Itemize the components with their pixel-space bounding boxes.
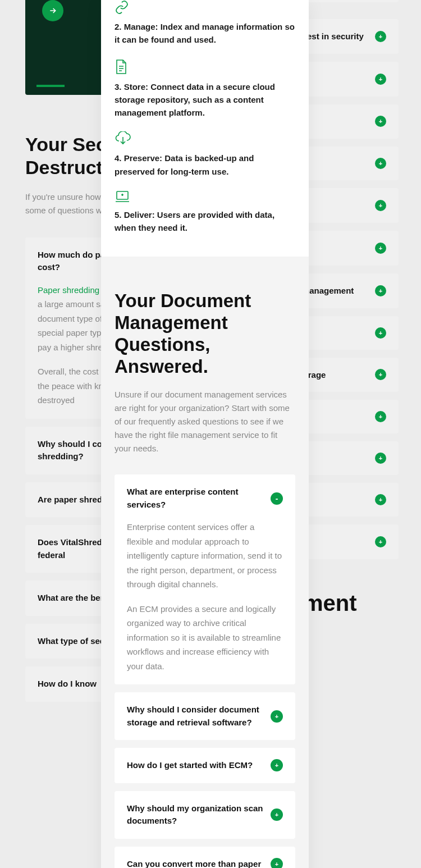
faq-question: Why should I consider document storage a… bbox=[127, 703, 264, 729]
plus-icon[interactable]: + bbox=[375, 158, 386, 169]
file-icon bbox=[115, 59, 295, 75]
plus-icon[interactable]: + bbox=[375, 243, 386, 254]
arrow-right-icon bbox=[48, 6, 57, 15]
collapse-icon[interactable]: - bbox=[271, 492, 283, 505]
progress-indicator bbox=[36, 85, 65, 87]
feature-text: 4. Preserve: Data is backed-up and prese… bbox=[115, 152, 295, 178]
popup-accordion: What are enterprise content services? - … bbox=[115, 474, 295, 868]
feature-item: 4. Preserve: Data is backed-up and prese… bbox=[115, 131, 295, 178]
arrow-button[interactable] bbox=[42, 0, 63, 21]
plus-icon[interactable]: + bbox=[375, 494, 386, 505]
popup-title: Your Document Management Questions, Answ… bbox=[115, 290, 295, 378]
expand-icon[interactable]: + bbox=[271, 808, 283, 821]
feature-text: 2. Manage: Index and manage information … bbox=[115, 20, 295, 47]
feature-item: 3. Store: Connect data in a secure cloud… bbox=[115, 59, 295, 120]
faq-item[interactable]: Why should I consider document storage a… bbox=[115, 692, 295, 740]
feature-item: 2. Manage: Index and manage information … bbox=[115, 0, 295, 47]
faq-question: How do I get started with ECM? bbox=[127, 759, 253, 772]
expand-icon[interactable]: + bbox=[271, 858, 283, 868]
faq-item[interactable]: Why should my organization scan document… bbox=[115, 791, 295, 839]
faq-answer: Enterprise content services offer a flex… bbox=[127, 520, 283, 673]
faq-question: Why should my organization scan document… bbox=[127, 802, 264, 828]
plus-icon[interactable]: + bbox=[375, 453, 386, 464]
plus-icon[interactable]: + bbox=[375, 116, 386, 127]
center-popup: 2. Manage: Index and manage information … bbox=[101, 0, 309, 868]
feature-text: 5. Deliver: Users are provided with data… bbox=[115, 208, 295, 235]
plus-icon[interactable]: + bbox=[375, 285, 386, 296]
plus-icon[interactable]: + bbox=[375, 327, 386, 339]
link-icon bbox=[115, 0, 295, 15]
feature-text: 3. Store: Connect data in a secure cloud… bbox=[115, 80, 295, 120]
plus-icon[interactable]: + bbox=[375, 411, 386, 422]
expand-icon[interactable]: + bbox=[271, 710, 283, 723]
faq-item[interactable]: How do I get started with ECM? + bbox=[115, 748, 295, 783]
plus-icon[interactable]: + bbox=[375, 369, 386, 380]
popup-faq-section: Your Document Management Questions, Answ… bbox=[101, 257, 309, 868]
shredding-link[interactable]: Paper shredding bbox=[38, 285, 99, 295]
plus-icon[interactable]: + bbox=[375, 31, 386, 42]
plus-icon[interactable]: + bbox=[375, 200, 386, 211]
faq-question: Can you convert more than paper bbox=[127, 858, 261, 869]
cloud-download-icon bbox=[115, 131, 295, 146]
faq-item[interactable]: What are enterprise content services? - … bbox=[115, 474, 295, 684]
faq-question: What are enterprise content services? bbox=[127, 486, 264, 511]
faq-item[interactable]: Can you convert more than paper + bbox=[115, 847, 295, 869]
laptop-icon bbox=[115, 190, 295, 203]
plus-icon[interactable]: + bbox=[375, 74, 386, 85]
popup-features: 2. Manage: Index and manage information … bbox=[101, 0, 309, 257]
popup-intro: Unsure if our document management servic… bbox=[115, 388, 295, 455]
plus-icon[interactable]: + bbox=[375, 536, 386, 547]
feature-item: 5. Deliver: Users are provided with data… bbox=[115, 190, 295, 235]
expand-icon[interactable]: + bbox=[271, 759, 283, 771]
